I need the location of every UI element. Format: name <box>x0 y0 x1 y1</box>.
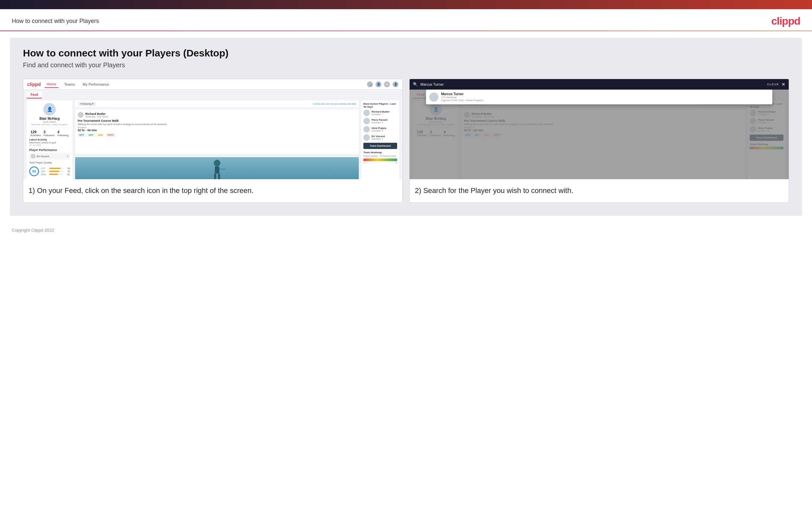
activities-count: 129 <box>31 130 41 134</box>
search-input[interactable] <box>420 82 764 86</box>
player-list-item-1: Piers Parnell Activities: 4 <box>363 118 397 124</box>
player-activities-3: Activities: 1 <box>372 138 385 140</box>
header-divider <box>0 31 812 31</box>
activity-card: Richard Butler Yesterday · The Grove Pre… <box>75 109 359 154</box>
main-content: How to connect with your Players (Deskto… <box>10 38 802 216</box>
ott-bar-bg <box>49 168 64 169</box>
result-club: Cypress Point Club, United Kingdom <box>441 99 484 102</box>
heatmap-bar <box>363 159 397 161</box>
main-subtitle: Find and connect with your Players <box>23 61 789 69</box>
score-circle: 84 <box>29 166 39 176</box>
profile-club: Mill Ride Golf Club, United Kingdom <box>29 123 70 126</box>
search-bar-overlay: 🔍 CLEAR ✕ <box>410 79 789 90</box>
app-screenshot-2: clippd Home Teams My Performance 🔍 👤 ⚙ 👤 <box>410 79 789 179</box>
top-bar <box>0 0 812 9</box>
player-select[interactable]: Eli Vincent ▾ <box>29 153 70 160</box>
app-middle-panel: Following ▾ Control who can see your act… <box>75 100 359 179</box>
player-list-item-0: Richard Butler Activities: 7 <box>363 110 397 116</box>
close-btn[interactable]: ✕ <box>781 82 785 87</box>
nav-item-home[interactable]: Home <box>45 81 58 88</box>
arg-bar-row: ARG 61 <box>41 173 70 176</box>
screenshot-card-2: clippd Home Teams My Performance 🔍 👤 ⚙ 👤 <box>409 79 789 203</box>
team-dashboard-btn[interactable]: Team Dashboard <box>363 143 397 149</box>
player-list-item-3: Eli Vincent Activities: 1 <box>363 134 397 141</box>
feed-tab[interactable]: Feed <box>27 92 42 98</box>
copyright: Copyright Clippd 2022 <box>12 228 54 233</box>
result-name: Marcus Turner <box>441 92 484 96</box>
nav-item-teams[interactable]: Teams <box>62 81 77 88</box>
profile-avatar-area: 👤 Blair McHarg Golf Coach Mill Ride Golf… <box>29 103 70 128</box>
heatmap-left-label: -5 <box>363 162 365 164</box>
arg-tag: ARG <box>41 173 48 176</box>
followers-label: Followers <box>44 134 55 137</box>
activity-meta: Yesterday · The Grove <box>85 116 108 118</box>
tag-arg: ARG <box>96 133 105 137</box>
following-count: 4 <box>57 130 68 134</box>
avatar-icon[interactable]: 👤 <box>392 81 398 87</box>
arg-bar-fill <box>49 174 58 175</box>
app-left-panel: 👤 Blair McHarg Golf Coach Mill Ride Golf… <box>27 100 73 179</box>
svg-rect-4 <box>218 174 220 179</box>
player-name-1: Piers Parnell <box>372 119 387 121</box>
user-icon[interactable]: 👤 <box>376 81 381 87</box>
page-title: How to connect with your Players <box>12 18 99 25</box>
screenshot-card-1: clippd Home Teams My Performance 🔍 👤 ⚙ 👤… <box>23 79 403 203</box>
header: How to connect with your Players clippd <box>0 9 812 31</box>
quality-area: 84 OTT 79 APP 70 <box>29 165 70 177</box>
activity-user: Richard Butler Yesterday · The Grove <box>78 112 356 118</box>
player-avatar-1 <box>363 118 370 124</box>
caption-1: 1) On your Feed, click on the search ico… <box>29 186 397 196</box>
latest-activity: Afternoon round of golf <box>29 141 70 144</box>
app-bar-bg <box>49 171 64 172</box>
result-avatar <box>429 92 438 102</box>
player-avatar-2 <box>363 126 370 133</box>
app-value: 70 <box>64 170 70 173</box>
latest-activity-area: Latest Activity Afternoon round of golf … <box>29 138 70 146</box>
heatmap-right-label: +5 <box>395 162 397 164</box>
svg-point-1 <box>214 160 221 166</box>
photo-placeholder <box>75 157 359 179</box>
tag-app: APP <box>87 133 95 137</box>
player-avatar-3 <box>363 134 370 141</box>
search-result-dropdown: Marcus Turner 1-5 Handicap Cypress Point… <box>426 90 772 104</box>
following-label: Following <box>57 134 68 137</box>
most-active-label: Most Active Players - Last 30 days <box>363 102 397 108</box>
caption-2: 2) Search for the Player you wish to con… <box>415 186 783 196</box>
caption-area-1: 1) On your Feed, click on the search ico… <box>23 179 402 203</box>
tag-putt: PUTT <box>106 133 115 137</box>
player-select-name: Eli Vincent <box>37 155 49 158</box>
profile-name: Blair McHarg <box>29 117 70 120</box>
player-avatar-0 <box>363 110 370 116</box>
ott-bar-fill <box>49 168 61 169</box>
profile-avatar: 👤 <box>43 103 56 116</box>
settings-icon[interactable]: ⚙ <box>384 81 390 87</box>
player-activities-0: Activities: 7 <box>372 113 390 116</box>
activity-user-avatar <box>78 112 84 118</box>
quality-label: Total Player Quality <box>29 161 70 164</box>
svg-rect-5 <box>220 169 226 170</box>
player-name-3: Eli Vincent <box>372 135 385 138</box>
ott-tag: OTT <box>41 167 48 170</box>
app-nav-logo: clippd <box>27 82 41 87</box>
player-select-avatar <box>31 154 36 159</box>
result-info: Marcus Turner 1-5 Handicap Cypress Point… <box>441 92 484 102</box>
app-nav-1: clippd Home Teams My Performance 🔍 👤 ⚙ 👤 <box>23 79 402 90</box>
search-icon[interactable]: 🔍 <box>367 81 373 87</box>
app-bar-row: APP 70 <box>41 170 70 173</box>
control-link[interactable]: Control who can see your activity and da… <box>313 103 356 105</box>
search-icon-overlay: 🔍 <box>413 82 418 87</box>
golfer-illustration <box>202 157 232 179</box>
team-heatmap-label: Team Heatmap <box>363 151 397 154</box>
app-body-1: 👤 Blair McHarg Golf Coach Mill Ride Golf… <box>23 98 402 179</box>
caption-area-2: 2) Search for the Player you wish to con… <box>410 179 789 203</box>
arg-value: 61 <box>64 173 70 176</box>
nav-item-my-performance[interactable]: My Performance <box>81 81 111 88</box>
following-btn[interactable]: Following ▾ <box>78 102 96 106</box>
quality-bars: OTT 79 APP 70 ARG <box>41 167 70 176</box>
profile-role: Golf Coach <box>29 120 70 123</box>
player-name-2: Hiral Pujara <box>372 127 386 130</box>
activity-desc: Walking the course with my coach to buil… <box>78 123 356 125</box>
footer: Copyright Clippd 2022 <box>0 222 812 238</box>
player-performance-label: Player Performance <box>29 148 70 152</box>
clear-btn[interactable]: CLEAR <box>767 83 779 86</box>
